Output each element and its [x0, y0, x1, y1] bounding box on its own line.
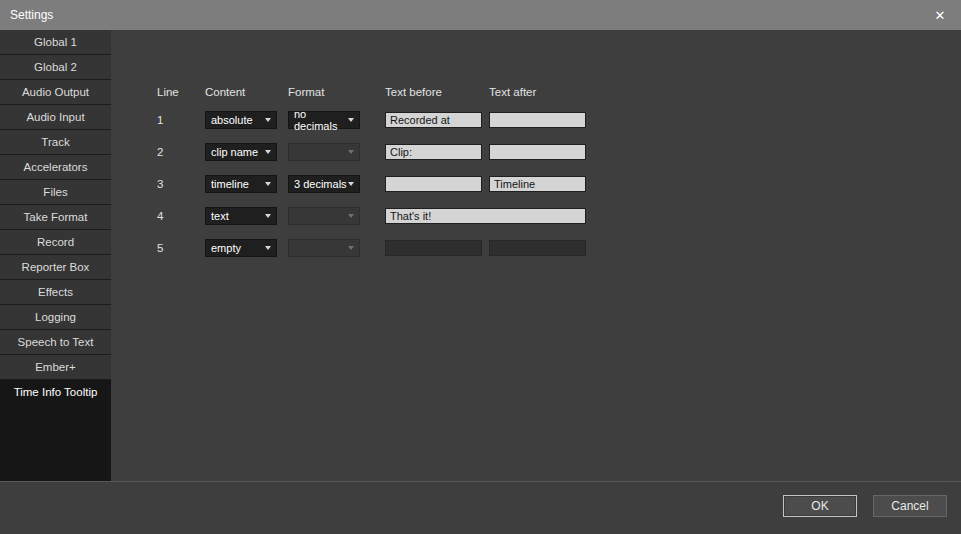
cancel-button[interactable]: Cancel — [873, 495, 947, 517]
time-info-tooltip-panel: Line Content Format Text before Text aft… — [111, 30, 961, 481]
format-dropdown-value: no decimals — [294, 108, 348, 132]
format-dropdown — [288, 143, 360, 161]
text-after-input[interactable] — [489, 144, 586, 160]
text-before-input — [385, 240, 482, 256]
sidebar-item-files[interactable]: Files — [0, 180, 111, 205]
line-number: 2 — [157, 143, 163, 161]
sidebar-item-time-info-tooltip[interactable]: Time Info Tooltip — [0, 380, 111, 405]
window-title: Settings — [10, 8, 929, 22]
format-dropdown[interactable]: 3 decimals — [288, 175, 360, 193]
line-row-3: 3 timeline 3 decimals — [111, 175, 961, 207]
settings-window: Settings ✕ Global 1 Global 2 Audio Outpu… — [0, 0, 961, 534]
sidebar-item-global-2[interactable]: Global 2 — [0, 55, 111, 80]
close-icon[interactable]: ✕ — [929, 4, 951, 26]
sidebar-item-track[interactable]: Track — [0, 130, 111, 155]
content-dropdown-value: empty — [211, 242, 241, 254]
text-after-input[interactable] — [489, 176, 586, 192]
format-dropdown-value: 3 decimals — [294, 178, 347, 190]
line-row-5: 5 empty — [111, 239, 961, 271]
content-dropdown[interactable]: timeline — [205, 175, 277, 193]
chevron-down-icon — [265, 150, 271, 154]
content-dropdown[interactable]: clip name — [205, 143, 277, 161]
chevron-down-icon — [348, 214, 354, 218]
sidebar-item-audio-input[interactable]: Audio Input — [0, 105, 111, 130]
column-header-text-after: Text after — [489, 86, 536, 98]
line-row-2: 2 clip name — [111, 143, 961, 175]
sidebar: Global 1 Global 2 Audio Output Audio Inp… — [0, 30, 111, 481]
chevron-down-icon — [348, 150, 354, 154]
content-dropdown[interactable]: text — [205, 207, 277, 225]
text-after-input[interactable] — [489, 112, 586, 128]
content-dropdown[interactable]: absolute — [205, 111, 277, 129]
content-dropdown-value: absolute — [211, 114, 253, 126]
chevron-down-icon — [265, 214, 271, 218]
line-row-4: 4 text — [111, 207, 961, 239]
wide-text-input[interactable] — [385, 208, 586, 224]
content-dropdown-value: timeline — [211, 178, 249, 190]
line-number: 1 — [157, 111, 163, 129]
main-area: Global 1 Global 2 Audio Output Audio Inp… — [0, 30, 961, 482]
titlebar: Settings ✕ — [0, 0, 961, 30]
sidebar-item-reporter-box[interactable]: Reporter Box — [0, 255, 111, 280]
line-number: 5 — [157, 239, 163, 257]
sidebar-item-speech-to-text[interactable]: Speech to Text — [0, 330, 111, 355]
text-before-input[interactable] — [385, 112, 482, 128]
format-dropdown[interactable]: no decimals — [288, 111, 360, 129]
dialog-footer: OK Cancel — [0, 482, 961, 534]
chevron-down-icon — [348, 118, 354, 122]
format-dropdown — [288, 207, 360, 225]
column-header-format: Format — [288, 86, 324, 98]
text-after-input — [489, 240, 586, 256]
line-number: 4 — [157, 207, 163, 225]
line-rows: 1 absolute no decimals 2 — [111, 111, 961, 271]
sidebar-item-global-1[interactable]: Global 1 — [0, 30, 111, 55]
format-dropdown — [288, 239, 360, 257]
text-before-input[interactable] — [385, 176, 482, 192]
column-header-text-before: Text before — [385, 86, 442, 98]
text-before-input[interactable] — [385, 144, 482, 160]
content-dropdown[interactable]: empty — [205, 239, 277, 257]
column-header-line: Line — [157, 86, 179, 98]
chevron-down-icon — [348, 246, 354, 250]
sidebar-item-effects[interactable]: Effects — [0, 280, 111, 305]
content-dropdown-value: text — [211, 210, 229, 222]
content-dropdown-value: clip name — [211, 146, 258, 158]
chevron-down-icon — [265, 182, 271, 186]
sidebar-item-audio-output[interactable]: Audio Output — [0, 80, 111, 105]
sidebar-item-logging[interactable]: Logging — [0, 305, 111, 330]
sidebar-item-record[interactable]: Record — [0, 230, 111, 255]
chevron-down-icon — [265, 118, 271, 122]
sidebar-item-ember[interactable]: Ember+ — [0, 355, 111, 380]
ok-button[interactable]: OK — [783, 495, 857, 517]
chevron-down-icon — [265, 246, 271, 250]
chevron-down-icon — [348, 182, 354, 186]
line-row-1: 1 absolute no decimals — [111, 111, 961, 143]
line-number: 3 — [157, 175, 163, 193]
sidebar-item-take-format[interactable]: Take Format — [0, 205, 111, 230]
column-header-content: Content — [205, 86, 245, 98]
sidebar-item-accelerators[interactable]: Accelerators — [0, 155, 111, 180]
